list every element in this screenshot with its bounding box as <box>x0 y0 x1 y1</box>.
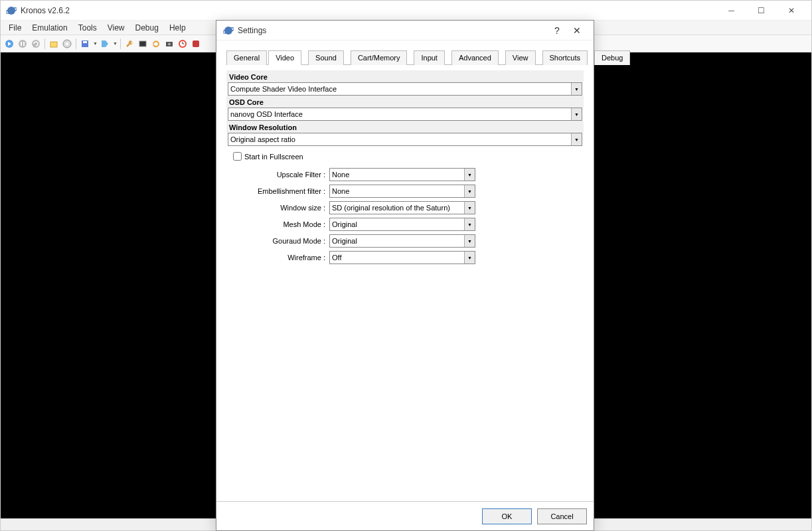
tab-shortcuts[interactable]: Shortcuts <box>542 50 588 65</box>
clock-icon[interactable] <box>177 38 189 50</box>
toolbar-separator <box>44 38 45 49</box>
tab-sound[interactable]: Sound <box>308 50 344 65</box>
menu-view[interactable]: View <box>102 22 130 34</box>
window-controls: ─ ☐ ✕ <box>716 1 806 20</box>
tab-view[interactable]: View <box>505 50 536 65</box>
refresh-icon[interactable] <box>150 38 162 50</box>
dialog-close-button[interactable]: ✕ <box>567 21 587 40</box>
toolbar-separator <box>120 38 121 49</box>
tab-row: General Video Sound Cart/Memory Input Ad… <box>226 50 584 65</box>
dialog-title: Settings <box>238 26 547 35</box>
fullscreen-label: Start in Fullscreen <box>244 153 303 161</box>
cancel-button[interactable]: Cancel <box>537 508 587 524</box>
main-window: Kronos v2.6.2 ─ ☐ ✕ File Emulation Tools… <box>0 0 812 531</box>
maximize-button[interactable]: ☐ <box>746 1 776 20</box>
save-dropdown-icon[interactable]: ▼ <box>93 41 98 46</box>
menu-debug[interactable]: Debug <box>130 22 164 34</box>
tab-cart-memory[interactable]: Cart/Memory <box>351 50 408 65</box>
gouraud-mode-label: Gouraud Mode : <box>226 237 329 245</box>
svg-rect-5 <box>21 42 22 46</box>
dialog-titlebar: Settings ? ✕ <box>216 21 594 40</box>
disc-icon[interactable] <box>61 38 73 50</box>
dropdown-arrow-icon: ▼ <box>571 108 582 120</box>
wrench-icon[interactable] <box>123 38 135 50</box>
close-button[interactable]: ✕ <box>776 1 806 20</box>
window-resolution-label: Window Resolution <box>226 121 584 133</box>
svg-point-7 <box>32 40 40 48</box>
svg-rect-14 <box>139 41 146 46</box>
osd-core-label: OSD Core <box>226 96 584 108</box>
svg-rect-12 <box>83 41 87 43</box>
dropdown-arrow-icon: ▼ <box>571 83 582 95</box>
tab-video[interactable]: Video <box>268 50 301 65</box>
dropdown-arrow-icon: ▼ <box>571 133 582 145</box>
upscale-filter-select[interactable]: None ▼ <box>329 168 475 181</box>
dropdown-arrow-icon: ▼ <box>464 218 475 230</box>
upscale-filter-label: Upscale Filter : <box>226 171 329 179</box>
wireframe-label: Wireframe : <box>226 254 329 262</box>
pause-icon[interactable] <box>17 38 29 50</box>
osd-core-select[interactable]: nanovg OSD Interface ▼ <box>228 108 582 121</box>
menu-help[interactable]: Help <box>164 22 191 34</box>
ok-button[interactable]: OK <box>482 508 532 524</box>
save-icon[interactable] <box>79 38 91 50</box>
dropdown-arrow-icon: ▼ <box>464 169 475 181</box>
record-icon[interactable] <box>190 38 202 50</box>
dropdown-arrow-icon: ▼ <box>464 235 475 247</box>
window-title: Kronos v2.6.2 <box>21 6 716 15</box>
dialog-icon <box>223 25 234 36</box>
svg-rect-22 <box>193 40 199 47</box>
camera-icon[interactable] <box>163 38 175 50</box>
video-core-label: Video Core <box>226 70 584 82</box>
minimize-button[interactable]: ─ <box>716 1 746 20</box>
window-size-label: Window size : <box>226 204 329 212</box>
svg-rect-8 <box>50 42 57 47</box>
mesh-mode-label: Mesh Mode : <box>226 220 329 228</box>
tag-icon[interactable] <box>99 38 111 50</box>
video-core-select[interactable]: Compute Shader Video Interface ▼ <box>228 82 582 96</box>
titlebar: Kronos v2.6.2 ─ ☐ ✕ <box>1 1 811 21</box>
settings-dialog: Settings ? ✕ General Video Sound Cart/Me… <box>216 20 594 531</box>
svg-rect-6 <box>23 42 25 46</box>
svg-point-4 <box>19 40 27 48</box>
menu-file[interactable]: File <box>3 22 27 34</box>
svg-point-17 <box>168 42 171 45</box>
window-size-select[interactable]: SD (original resolution of the Saturn) ▼ <box>329 201 475 214</box>
tab-advanced[interactable]: Advanced <box>451 50 499 65</box>
folder-icon[interactable] <box>48 38 60 50</box>
wireframe-select[interactable]: Off ▼ <box>329 251 475 264</box>
svg-marker-13 <box>102 40 108 47</box>
dialog-body: General Video Sound Cart/Memory Input Ad… <box>216 40 594 501</box>
reset-icon[interactable] <box>30 38 42 50</box>
tag-dropdown-icon[interactable]: ▼ <box>113 41 118 46</box>
play-icon[interactable] <box>3 38 15 50</box>
window-resolution-select[interactable]: Original aspect ratio ▼ <box>228 133 582 146</box>
mesh-mode-select[interactable]: Original ▼ <box>329 218 475 231</box>
embellishment-filter-select[interactable]: None ▼ <box>329 185 475 198</box>
video-tab-panel: Video Core Compute Shader Video Interfac… <box>226 65 584 501</box>
dropdown-arrow-icon: ▼ <box>464 185 475 197</box>
fullscreen-checkbox[interactable] <box>233 152 242 161</box>
fullscreen-row: Start in Fullscreen <box>226 146 584 168</box>
tab-input[interactable]: Input <box>414 50 444 65</box>
menu-emulation[interactable]: Emulation <box>27 22 72 34</box>
dropdown-arrow-icon: ▼ <box>464 252 475 264</box>
gouraud-mode-select[interactable]: Original ▼ <box>329 234 475 248</box>
app-icon <box>6 5 17 16</box>
menu-tools[interactable]: Tools <box>73 22 102 34</box>
dropdown-arrow-icon: ▼ <box>464 202 475 214</box>
toolbar-separator <box>76 38 76 49</box>
screen-icon[interactable] <box>137 38 149 50</box>
dialog-help-button[interactable]: ? <box>547 21 567 40</box>
tab-debug[interactable]: Debug <box>594 50 630 65</box>
svg-point-10 <box>66 42 68 45</box>
tab-general[interactable]: General <box>226 50 267 65</box>
embellishment-filter-label: Embellishment filter : <box>226 187 329 195</box>
dialog-footer: OK Cancel <box>216 501 594 530</box>
